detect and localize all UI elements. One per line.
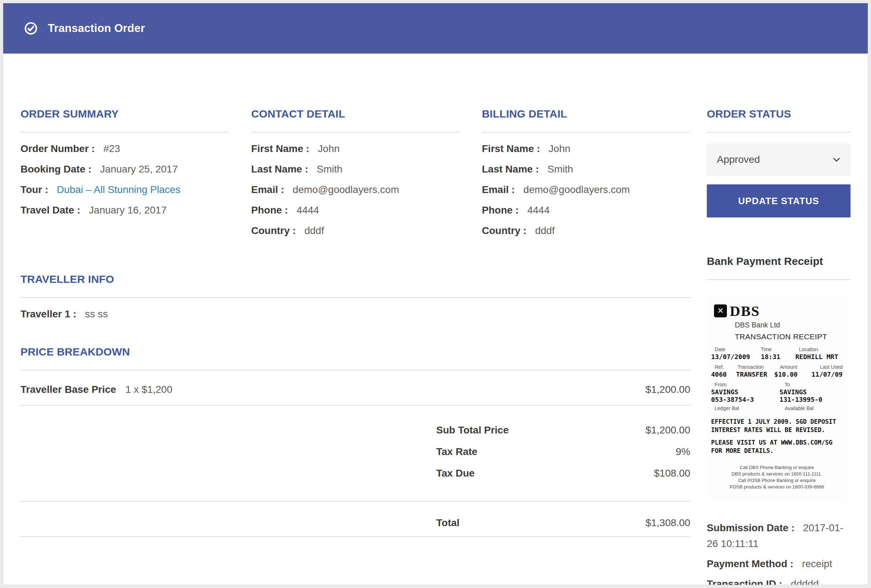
traveller-row: Traveller 1 : ss ss	[21, 309, 690, 329]
content-area: ORDER SUMMARY Order Number : #23 Booking…	[3, 54, 868, 585]
payment-meta: Submission Date : 2017-01-26 10:11:11 Pa…	[707, 520, 850, 585]
phone-row: Phone : 4444	[251, 205, 459, 225]
tax-due-row: Tax Due $108.00	[21, 468, 690, 489]
price-breakdown-title: PRICE BREAKDOWN	[21, 346, 690, 358]
receipt-values-row-1: 13/07/2009 18:31 REDHILL MRT	[707, 353, 847, 361]
main-column: ORDER SUMMARY Order Number : #23 Booking…	[21, 108, 690, 585]
line-item-detail: 1 x $1,200	[126, 384, 172, 395]
receipt-labels-row-1: Date Time Location	[707, 347, 847, 352]
page-title: Transaction Order	[48, 22, 145, 34]
order-number-row: Order Number : #23	[21, 144, 229, 164]
subtotal-row: Sub Total Price $1,200.00	[21, 425, 690, 446]
billing-detail-title: BILLING DETAIL	[482, 108, 690, 120]
email-row: Email : demo@goodlayers.com	[482, 184, 690, 205]
divider	[21, 501, 690, 502]
line-item-amount: $1,200.00	[645, 384, 690, 395]
divider	[21, 297, 690, 298]
last-name-row: Last Name : Smith	[251, 164, 459, 184]
country-row: Country : dddf	[482, 225, 690, 246]
order-summary-section: ORDER SUMMARY Order Number : #23 Booking…	[21, 108, 229, 274]
dbs-logo-icon: ✕	[714, 304, 727, 317]
order-status-select[interactable]: Approved	[707, 144, 850, 176]
dbs-brand-name: DBS	[730, 303, 760, 320]
chevron-down-icon	[832, 155, 841, 164]
sidebar: ORDER STATUS Approved UPDATE STATUS Bank…	[707, 108, 850, 585]
transaction-id-row: Transaction ID : ddddd	[707, 576, 850, 585]
tax-rate-row: Tax Rate 9%	[21, 446, 690, 468]
order-status-selected-value: Approved	[717, 154, 760, 165]
order-summary-rows: Order Number : #23 Booking Date : Januar…	[21, 144, 229, 225]
bank-name: DBS Bank Ltd	[735, 321, 847, 329]
page-header: Transaction Order	[3, 3, 868, 54]
order-status-title: ORDER STATUS	[707, 108, 850, 120]
divider	[482, 132, 690, 133]
receipt-values-row-2: 4060 TRANSFER $10.00 11/07/09	[707, 371, 847, 378]
contact-detail-rows: First Name : John Last Name : Smith Emai…	[251, 144, 459, 246]
email-row: Email : demo@goodlayers.com	[251, 184, 459, 205]
billing-detail-section: BILLING DETAIL First Name : John Last Na…	[482, 108, 690, 274]
contact-detail-section: CONTACT DETAIL First Name : John Last Na…	[251, 108, 459, 274]
dbs-brand-row: ✕ DBS	[707, 294, 847, 319]
receipt-footer: Call DBS Phone Banking or enquire DBS pr…	[707, 464, 847, 490]
receipt-balance-labels: Ledger Bal Available Bal	[707, 405, 847, 411]
traveller-info-section: TRAVELLER INFO Traveller 1 : ss ss	[21, 274, 690, 329]
top-columns: ORDER SUMMARY Order Number : #23 Booking…	[21, 108, 690, 274]
check-circle-icon	[24, 22, 38, 35]
first-name-row: First Name : John	[482, 144, 690, 164]
receipt-account-type-row: SAVINGS SAVINGS	[707, 388, 847, 396]
traveller-rows: Traveller 1 : ss ss	[21, 309, 690, 329]
billing-detail-rows: First Name : John Last Name : Smith Emai…	[482, 144, 690, 246]
receipt-notice-2: PLEASE VISIT US AT WWW.DBS.COM/SG FOR MO…	[711, 438, 843, 455]
payment-method-row: Payment Method : receipt	[707, 556, 850, 572]
bank-payment-receipt-section: Bank Payment Receipt ✕ DBS DBS Bank Ltd …	[707, 256, 850, 585]
submission-date-row: Submission Date : 2017-01-26 10:11:11	[707, 520, 850, 552]
divider	[251, 132, 459, 133]
tour-link[interactable]: Dubai – All Stunning Places	[57, 184, 180, 195]
divider	[21, 405, 690, 406]
line-item-label: Traveller Base Price	[21, 384, 116, 395]
travel-date-row: Travel Date : January 16, 2017	[21, 205, 229, 225]
divider	[21, 536, 690, 537]
transaction-order-panel: Transaction Order ORDER SUMMARY Order Nu…	[3, 3, 868, 585]
phone-row: Phone : 4444	[482, 205, 690, 225]
tour-row: Tour : Dubai – All Stunning Places	[21, 184, 229, 205]
order-summary-title: ORDER SUMMARY	[21, 108, 229, 120]
booking-date-row: Booking Date : January 25, 2017	[21, 164, 229, 184]
bank-receipt-title: Bank Payment Receipt	[707, 256, 850, 267]
divider	[21, 132, 229, 133]
price-breakdown-section: PRICE BREAKDOWN Traveller Base Price 1 x…	[21, 346, 690, 537]
price-summary: Sub Total Price $1,200.00 Tax Rate 9% Ta…	[21, 425, 690, 489]
contact-detail-title: CONTACT DETAIL	[251, 108, 459, 120]
country-row: Country : dddf	[251, 225, 459, 246]
total-row: Total $1,308.00	[21, 518, 690, 536]
bank-receipt-image: ✕ DBS DBS Bank Ltd TRANSACTION RECEIPT D…	[707, 294, 847, 502]
first-name-row: First Name : John	[251, 144, 459, 164]
receipt-notice-1: EFFECTIVE 1 JULY 2009. SGD DEPOSIT INTER…	[711, 417, 843, 434]
last-name-row: Last Name : Smith	[482, 164, 690, 184]
price-line-item: Traveller Base Price 1 x $1,200 $1,200.0…	[21, 371, 690, 405]
receipt-labels-row-2: Ref. Transaction Amount Last Used	[707, 364, 847, 370]
divider	[707, 132, 850, 133]
order-status-section: ORDER STATUS Approved UPDATE STATUS	[707, 108, 850, 217]
update-status-button[interactable]: UPDATE STATUS	[707, 184, 850, 217]
traveller-info-title: TRAVELLER INFO	[21, 274, 690, 285]
divider	[707, 279, 850, 280]
receipt-account-number-row: 053-38754-3 131-13995-0	[707, 396, 847, 403]
receipt-from-to-labels: From To	[707, 382, 847, 388]
receipt-doc-title: TRANSACTION RECEIPT	[735, 332, 847, 341]
